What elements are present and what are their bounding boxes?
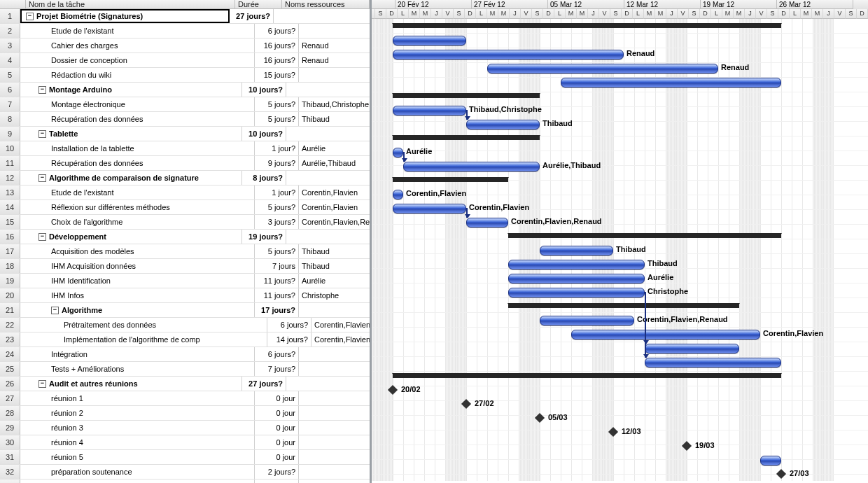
table-row[interactable]: 30réunion 40 jour: [0, 435, 370, 450]
resources-cell[interactable]: [299, 435, 370, 449]
collapse-toggle[interactable]: −: [38, 174, 46, 182]
summary-bar[interactable]: [393, 177, 508, 182]
collapse-toggle[interactable]: −: [26, 13, 34, 20]
table-row[interactable]: 20IHM Infos11 jours?Christophe: [0, 288, 370, 303]
row-index[interactable]: 7: [0, 97, 20, 111]
header-name[interactable]: Nom de la tâche: [26, 0, 235, 8]
row-index[interactable]: 26: [0, 377, 20, 391]
task-name-cell[interactable]: Rédaction du wiki: [20, 68, 255, 82]
table-row[interactable]: 19IHM Identification11 jours?Aurélie: [0, 274, 370, 288]
task-bar[interactable]: [393, 148, 403, 158]
resources-cell[interactable]: [299, 24, 370, 38]
table-row[interactable]: 27réunion 10 jour: [0, 391, 370, 406]
gantt-row[interactable]: [372, 122, 868, 136]
table-row[interactable]: 17Acquisition des modèles5 jours?Thibaud: [0, 244, 370, 259]
day-header[interactable]: D: [386, 9, 398, 19]
resources-cell[interactable]: [299, 303, 370, 317]
table-row[interactable]: 8Récupération des données5 jours?Thibaud: [0, 112, 370, 127]
resources-cell[interactable]: [299, 450, 370, 464]
row-index[interactable]: 24: [0, 347, 20, 361]
task-bar[interactable]: [571, 330, 760, 340]
gantt-row[interactable]: [372, 386, 868, 401]
day-header[interactable]: V: [756, 9, 767, 19]
resources-cell[interactable]: Thibaud: [299, 244, 370, 258]
resources-cell[interactable]: Corentin,Flavien: [299, 186, 370, 200]
day-header[interactable]: L: [790, 9, 801, 19]
table-row[interactable]: 18IHM Acquisition données7 joursThibaud: [0, 259, 370, 274]
table-row[interactable]: 5Rédaction du wiki15 jours?: [0, 68, 370, 83]
duration-cell[interactable]: 27 jours?: [230, 9, 274, 23]
row-index[interactable]: 21: [0, 303, 20, 317]
header-duration[interactable]: Durée: [235, 0, 282, 8]
task-name-cell[interactable]: Tests + Améliorations: [20, 362, 255, 376]
task-name-cell[interactable]: IHM Identification: [20, 274, 255, 288]
resources-cell[interactable]: [286, 230, 370, 244]
table-row[interactable]: 21−Algorithme17 jours?: [0, 303, 370, 318]
task-bar[interactable]: [508, 274, 645, 284]
duration-cell[interactable]: 10 jours?: [242, 83, 286, 97]
task-name-cell[interactable]: −Projet Biométrie (Signatures): [20, 9, 230, 23]
week-header[interactable]: 05 Mar 12: [548, 0, 624, 9]
table-row[interactable]: 15Choix de l'algorithme3 jours?Corentin,…: [0, 215, 370, 230]
resources-cell[interactable]: Aurélie: [299, 141, 370, 155]
day-header[interactable]: J: [823, 9, 834, 19]
row-index[interactable]: 8: [0, 112, 20, 126]
task-bar[interactable]: [466, 120, 540, 130]
table-row[interactable]: 2Etude de l'existant6 jours?: [0, 24, 370, 38]
task-name-cell[interactable]: réunion 4: [20, 435, 255, 449]
duration-cell[interactable]: 27 jours?: [242, 377, 286, 391]
table-row[interactable]: 25Tests + Améliorations7 jours?: [0, 362, 370, 377]
day-header[interactable]: D: [700, 9, 711, 19]
day-header[interactable]: J: [431, 9, 442, 19]
day-header[interactable]: M: [420, 9, 431, 19]
day-header[interactable]: M: [498, 9, 510, 19]
row-index[interactable]: 12: [0, 171, 20, 185]
row-index[interactable]: 19: [0, 274, 20, 288]
task-name-cell[interactable]: Etude de l'existant: [20, 24, 255, 38]
row-index[interactable]: 2: [0, 24, 20, 38]
duration-cell[interactable]: 17 jours?: [255, 303, 299, 317]
table-row[interactable]: 28réunion 20 jour: [0, 406, 370, 421]
day-header[interactable]: S: [846, 9, 857, 19]
week-header[interactable]: 27 Fév 12: [472, 0, 548, 9]
day-header[interactable]: S: [532, 9, 543, 19]
duration-cell[interactable]: 10 jours?: [242, 127, 286, 141]
task-name-cell[interactable]: Choix de l'algorithme: [20, 215, 255, 229]
row-index[interactable]: 22: [0, 318, 20, 332]
resources-cell[interactable]: [299, 421, 370, 435]
duration-cell[interactable]: 0 jour: [255, 391, 299, 405]
resources-cell[interactable]: Renaud: [299, 38, 370, 52]
summary-bar[interactable]: [393, 373, 781, 378]
collapse-toggle[interactable]: −: [38, 130, 46, 138]
task-name-cell[interactable]: Montage électronique: [20, 97, 255, 111]
task-bar[interactable]: [466, 218, 508, 227]
duration-cell[interactable]: 0 jour: [255, 421, 299, 435]
resources-cell[interactable]: Corentin,Flavien,Renaud: [299, 215, 370, 229]
day-header[interactable]: D: [543, 9, 554, 19]
resources-cell[interactable]: [286, 171, 370, 185]
resources-cell[interactable]: [286, 83, 370, 97]
day-header[interactable]: M: [409, 9, 420, 19]
resources-cell[interactable]: Thibaud: [299, 259, 370, 273]
table-row[interactable]: 13Etude de l'existant1 jour?Corentin,Fla…: [0, 186, 370, 200]
duration-cell[interactable]: 7 jours: [255, 259, 299, 273]
day-header[interactable]: D: [622, 9, 633, 19]
resources-cell[interactable]: [299, 362, 370, 376]
row-index[interactable]: 18: [0, 259, 20, 273]
week-header[interactable]: 13 Fév 12: [372, 0, 396, 9]
summary-bar[interactable]: [393, 23, 781, 28]
task-name-cell[interactable]: Acquisition des modèles: [20, 244, 255, 258]
day-header[interactable]: S: [375, 9, 386, 19]
duration-cell[interactable]: 5 jours?: [255, 112, 299, 126]
day-header[interactable]: M: [487, 9, 498, 19]
resources-cell[interactable]: [286, 377, 370, 391]
week-header[interactable]: 26 Mar 12: [777, 0, 853, 9]
resources-cell[interactable]: Corentin,Flavien,Renaud: [312, 318, 370, 332]
task-name-cell[interactable]: −Audit et autres réunions: [20, 377, 242, 391]
day-header[interactable]: S: [454, 9, 465, 19]
task-name-cell[interactable]: Cahier des charges: [20, 38, 255, 52]
gantt-row[interactable]: [372, 342, 868, 357]
day-header[interactable]: V: [521, 9, 532, 19]
day-header[interactable]: M: [577, 9, 588, 19]
resources-cell[interactable]: Aurélie: [299, 274, 370, 288]
